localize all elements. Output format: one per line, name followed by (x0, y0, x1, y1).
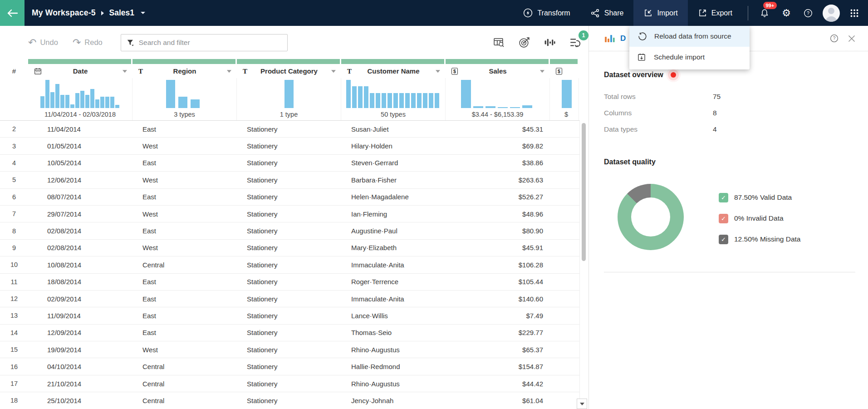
table-cell[interactable]: 11/04/2014 (28, 125, 132, 133)
table-cell[interactable]: West (132, 244, 237, 251)
scrollbar-thumb[interactable] (582, 123, 586, 261)
table-cell[interactable]: $263.63 (446, 176, 550, 184)
table-cell[interactable]: $106.28 (446, 261, 550, 269)
legend-checkbox[interactable]: ✓ (719, 193, 728, 202)
table-row[interactable]: 608/07/2014EastStationeryHelen·Magadalen… (0, 189, 579, 206)
table-cell[interactable]: Susan·Juliet (341, 125, 446, 133)
table-cell[interactable]: Helen·Magadalene (341, 193, 446, 201)
table-row[interactable]: 301/05/2014WestStationeryHilary·Holden$6… (0, 138, 579, 154)
table-cell[interactable]: $229.77 (446, 329, 550, 336)
scroll-down-button[interactable] (577, 399, 587, 409)
table-cell[interactable]: Stationery (237, 142, 341, 150)
column-header[interactable]: TProduct Category (237, 64, 341, 78)
table-cell[interactable]: $80.90 (446, 227, 550, 235)
table-cell[interactable]: Ian·Fleming (341, 210, 446, 218)
table-row[interactable]: 1010/08/2014CentralStationeryImmaculate·… (0, 256, 579, 273)
table-cell[interactable]: 08/07/2014 (28, 193, 132, 201)
table-cell[interactable]: Lance·Willis (341, 312, 446, 320)
target-button[interactable] (518, 36, 530, 49)
table-cell[interactable]: $69.82 (446, 142, 550, 150)
column-summary[interactable]: 3 types (132, 78, 237, 120)
table-cell[interactable]: Stationery (237, 363, 341, 370)
table-cell[interactable]: Augustine·Paul (341, 227, 446, 235)
table-cell[interactable]: $38.86 (446, 159, 550, 167)
panel-close-icon[interactable] (847, 34, 856, 43)
table-cell[interactable]: Stationery (237, 227, 341, 235)
column-header[interactable]: TRegion (132, 64, 237, 78)
menu-item[interactable]: Reload data from source (629, 26, 750, 47)
table-row[interactable]: 729/07/2014WestStationeryIan·Fleming$48.… (0, 206, 579, 222)
legend-checkbox[interactable]: ✓ (719, 214, 728, 223)
table-row[interactable]: 1825/10/2014CentralStationeryJency·Johna… (0, 392, 579, 409)
table-cell[interactable]: Central (132, 380, 237, 388)
sort-caret-icon[interactable] (436, 70, 440, 73)
column-stats-button[interactable] (544, 36, 556, 49)
table-cell[interactable]: Immaculate·Anita (341, 295, 446, 303)
table-cell[interactable]: East (132, 295, 237, 303)
help-button[interactable]: ? (797, 0, 819, 26)
table-cell[interactable]: $48.96 (446, 210, 550, 218)
table-cell[interactable]: Rhino·Augustus (341, 380, 446, 388)
table-row[interactable]: 410/05/2014EastStationerySteven·Gerrard$… (0, 155, 579, 172)
table-cell[interactable]: $154.87 (446, 363, 550, 370)
column-summary[interactable]: 50 types (341, 78, 446, 120)
table-cell[interactable]: East (132, 125, 237, 133)
table-row[interactable]: 802/08/2014EastStationeryAugustine·Paul$… (0, 222, 579, 239)
table-cell[interactable]: Stationery (237, 329, 341, 336)
table-cell[interactable]: Stationery (237, 380, 341, 388)
table-cell[interactable]: Mary·Elizabeth (341, 244, 446, 251)
table-cell[interactable]: 21/10/2014 (28, 380, 132, 388)
table-cell[interactable]: Stationery (237, 346, 341, 354)
table-cell[interactable]: Stationery (237, 193, 341, 201)
table-cell[interactable]: 18/08/2014 (28, 278, 132, 286)
table-cell[interactable]: East (132, 329, 237, 336)
table-cell[interactable]: Hilary·Holden (341, 142, 446, 150)
table-cell[interactable]: $45.91 (446, 244, 550, 251)
data-preview-button[interactable] (493, 36, 505, 49)
column-header[interactable]: Date (28, 64, 132, 78)
table-cell[interactable]: Stationery (237, 125, 341, 133)
table-cell[interactable]: 01/05/2014 (28, 142, 132, 150)
table-cell[interactable]: Hallie·Redmond (341, 363, 446, 370)
table-cell[interactable]: Stationery (237, 278, 341, 286)
table-cell[interactable]: Stationery (237, 176, 341, 184)
column-summary-partial[interactable]: $ (550, 78, 579, 120)
column-summary[interactable]: 11/04/2014 - 02/03/2018 (28, 78, 132, 120)
legend-checkbox[interactable]: ✓ (719, 235, 728, 244)
column-summary[interactable]: 1 type (237, 78, 341, 120)
table-cell[interactable]: East (132, 312, 237, 320)
table-cell[interactable]: $45.31 (446, 125, 550, 133)
undo-button[interactable]: ↶ Undo (28, 38, 58, 48)
table-cell[interactable]: Roger·Terrence (341, 278, 446, 286)
table-row[interactable]: 512/06/2014WestStationeryBarbara·Fisher$… (0, 172, 579, 188)
table-cell[interactable]: West (132, 142, 237, 150)
table-cell[interactable]: 02/08/2014 (28, 227, 132, 235)
table-cell[interactable]: 19/09/2014 (28, 346, 132, 354)
apps-menu-button[interactable] (843, 0, 865, 26)
table-cell[interactable]: $44.42 (446, 380, 550, 388)
menu-item[interactable]: Schedule import (629, 47, 750, 68)
table-cell[interactable]: East (132, 278, 237, 286)
table-cell[interactable]: Central (132, 261, 237, 269)
table-cell[interactable]: Barbara·Fisher (341, 176, 446, 184)
table-cell[interactable]: Stationery (237, 210, 341, 218)
table-cell[interactable]: 02/08/2014 (28, 244, 132, 251)
table-row[interactable]: 1519/09/2014WestStationeryRhino·Augustus… (0, 341, 579, 358)
table-cell[interactable]: 04/10/2014 (28, 363, 132, 370)
table-cell[interactable]: $526.27 (446, 193, 550, 201)
share-button[interactable]: Share (580, 0, 634, 26)
applied-steps-button[interactable]: 1 (569, 36, 582, 49)
table-cell[interactable]: Stationery (237, 397, 341, 404)
table-cell[interactable]: 10/08/2014 (28, 261, 132, 269)
column-header[interactable]: TCustomer Name (341, 64, 446, 78)
table-row[interactable]: 1118/08/2014EastStationeryRoger·Terrence… (0, 274, 579, 291)
table-row[interactable]: 1202/09/2014EastStationeryImmaculate·Ani… (0, 291, 579, 307)
vertical-scrollbar[interactable] (579, 120, 587, 409)
workspace-name[interactable]: My Workspace-5 (32, 8, 96, 18)
dataset-name[interactable]: Sales1 (109, 8, 134, 18)
table-cell[interactable]: West (132, 210, 237, 218)
table-cell[interactable]: East (132, 193, 237, 201)
table-row[interactable]: 1311/09/2014EastStationeryLance·Willis$7… (0, 307, 579, 324)
column-header[interactable]: $Sales (446, 64, 550, 78)
table-cell[interactable]: $105.44 (446, 278, 550, 286)
